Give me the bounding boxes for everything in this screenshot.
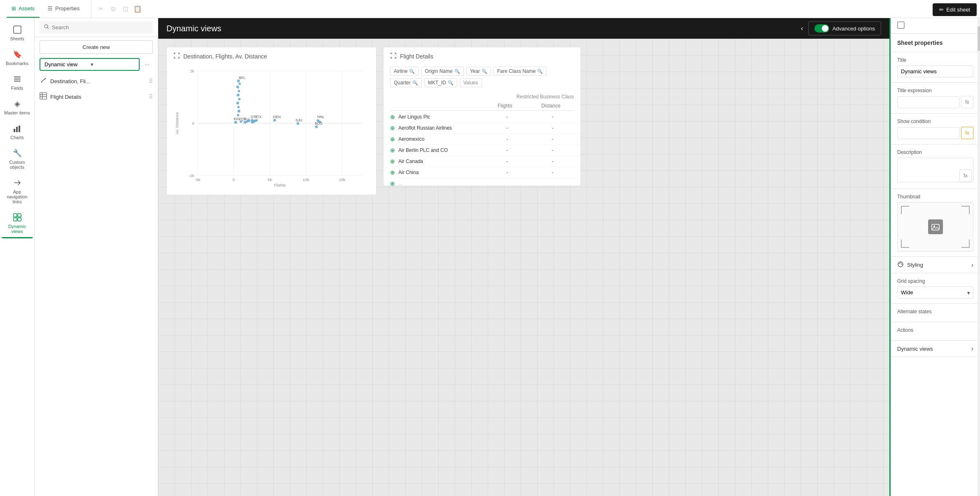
dynamic-views-label: Dynamic views	[3, 224, 31, 234]
sidebar-item-sheets[interactable]: Sheets	[2, 21, 33, 44]
assets-icon: ⊞	[12, 5, 16, 12]
expand-icon[interactable]: ⊕	[390, 125, 395, 131]
advanced-options-label: Advanced options	[833, 26, 875, 32]
quarter-filter[interactable]: Quarter 🔍	[390, 78, 422, 87]
svg-text:-5k: -5k	[195, 178, 201, 182]
year-filter[interactable]: Year 🔍	[466, 67, 491, 76]
svg-point-44	[237, 93, 240, 96]
dynamic-views-row[interactable]: Dynamic views ›	[891, 341, 980, 357]
svg-rect-8	[18, 214, 21, 217]
sidebar-item-master-items[interactable]: ◈ Master items	[2, 95, 33, 119]
row-flights: -	[486, 114, 529, 120]
row-distance: -	[532, 170, 574, 175]
sidebar-item-app-nav[interactable]: App navigation links	[2, 175, 33, 207]
alternate-states-section: Alternate states	[891, 304, 980, 322]
title-expression-input[interactable]	[897, 96, 959, 108]
row-label: Aeromexico	[398, 136, 483, 142]
sidebar-item-fields[interactable]: Fields	[2, 71, 33, 94]
svg-point-68	[297, 122, 299, 125]
airline-filter[interactable]: Airline 🔍	[390, 67, 419, 76]
svg-rect-6	[19, 126, 20, 132]
expand-icon[interactable]: ⊕	[390, 169, 395, 176]
duplicate-icon: ⊡	[119, 3, 131, 15]
row-flights: -	[486, 147, 529, 153]
svg-point-64	[254, 119, 257, 122]
title-expression-section: Title expression fx	[891, 83, 980, 114]
sidebar-item-custom-objects[interactable]: 🔧 Custom objects	[2, 145, 33, 173]
search-input[interactable]	[52, 24, 149, 30]
scrollbar-track	[978, 18, 980, 496]
svg-point-13	[42, 80, 44, 82]
fx-button-orange[interactable]: fx	[961, 127, 973, 139]
origin-name-label: Origin Name	[425, 68, 452, 74]
chevron-down-icon: ▾	[91, 61, 135, 68]
grid-spacing-select[interactable]: Wide Medium Narrow	[897, 286, 973, 298]
svg-point-73	[315, 125, 318, 128]
tab-assets[interactable]: ⊞ Assets	[7, 0, 40, 18]
create-new-button[interactable]: Create new	[40, 40, 153, 54]
more-options-button[interactable]: ···	[141, 59, 153, 70]
pencil-icon: ✏	[939, 7, 944, 13]
expand-icon[interactable]: ⊕	[390, 180, 395, 186]
toggle-switch[interactable]	[814, 24, 829, 33]
styling-row[interactable]: Styling ›	[891, 257, 980, 273]
upload-image-icon[interactable]	[928, 219, 943, 234]
svg-text:BFL: BFL	[239, 76, 246, 80]
row-flights: -	[486, 125, 529, 131]
tab-properties[interactable]: ☰ Properties	[43, 0, 84, 18]
scrollbar-thumb[interactable]	[978, 26, 980, 51]
fx-button-desc[interactable]: fx	[959, 170, 972, 182]
search-wrapper[interactable]	[40, 21, 153, 33]
svg-point-52	[234, 121, 237, 124]
mkt-id-filter[interactable]: MKT_ID 🔍	[424, 78, 457, 87]
collapse-chevron-icon[interactable]: ‹	[801, 25, 803, 32]
scatter-chart-card: Destination, Flights, Av. Distance	[166, 47, 377, 195]
expand-icon[interactable]: ⊕	[390, 147, 395, 154]
drag-handle-icon[interactable]: ⠿	[149, 78, 153, 84]
col-header-flights: Flights	[482, 101, 528, 111]
dynamic-views-row-label: Dynamic views	[897, 346, 971, 352]
search-icon: 🔍	[409, 69, 415, 74]
master-items-label: Master items	[4, 110, 30, 115]
assets-panel: Create new Dynamic view ▾ ···	[35, 18, 158, 496]
search-icon: 🔍	[454, 69, 460, 74]
thumbnail-box[interactable]	[897, 202, 973, 251]
mkt-id-label: MKT_ID	[428, 80, 446, 86]
fare-class-filter[interactable]: Fare Class Name 🔍	[494, 67, 547, 76]
show-condition-input[interactable]	[897, 127, 959, 139]
sidebar-item-charts[interactable]: Charts	[2, 120, 33, 143]
styling-label: Styling	[897, 261, 971, 269]
export-icon[interactable]	[173, 52, 180, 60]
list-item[interactable]: Destination, Fli... ⠿	[35, 73, 158, 89]
expand-icon[interactable]: ⊕	[390, 158, 395, 165]
styling-text: Styling	[907, 262, 923, 268]
fx-button[interactable]: fx	[961, 96, 973, 108]
title-input[interactable]	[897, 65, 973, 77]
expand-icon[interactable]: ⊕	[390, 136, 395, 142]
row-distance: -	[532, 114, 574, 120]
dropdown-selector[interactable]: Dynamic view ▾	[40, 58, 140, 71]
svg-text:2k: 2k	[190, 69, 194, 73]
values-chip: Values	[460, 78, 482, 87]
top-bar: Dynamic views ‹ Advanced options	[158, 18, 889, 39]
svg-point-79	[900, 263, 901, 263]
table-icon	[40, 92, 47, 101]
edit-sheet-button[interactable]: ✏ Edit sheet	[933, 3, 977, 16]
paste-icon: 📋	[132, 3, 143, 15]
svg-point-53	[240, 120, 242, 123]
sheets-label: Sheets	[10, 36, 24, 41]
export-icon[interactable]	[390, 52, 397, 60]
svg-point-45	[238, 98, 241, 100]
sheets-icon	[12, 25, 22, 35]
advanced-options-button[interactable]: Advanced options	[808, 21, 881, 35]
list-item[interactable]: Flight Details ⠿	[35, 89, 158, 105]
charts-icon	[12, 123, 22, 133]
origin-name-filter[interactable]: Origin Name 🔍	[421, 67, 463, 76]
sidebar-item-bookmarks[interactable]: 🔖 Bookmarks	[2, 46, 33, 69]
expand-icon[interactable]: ⊕	[390, 114, 395, 120]
grid-spacing-wrapper: Wide Medium Narrow	[897, 286, 973, 298]
title-label: Title	[897, 57, 973, 63]
sidebar-item-dynamic-views[interactable]: Dynamic views	[2, 209, 33, 238]
search-icon: 🔍	[537, 69, 543, 74]
drag-handle-icon[interactable]: ⠿	[149, 93, 153, 100]
